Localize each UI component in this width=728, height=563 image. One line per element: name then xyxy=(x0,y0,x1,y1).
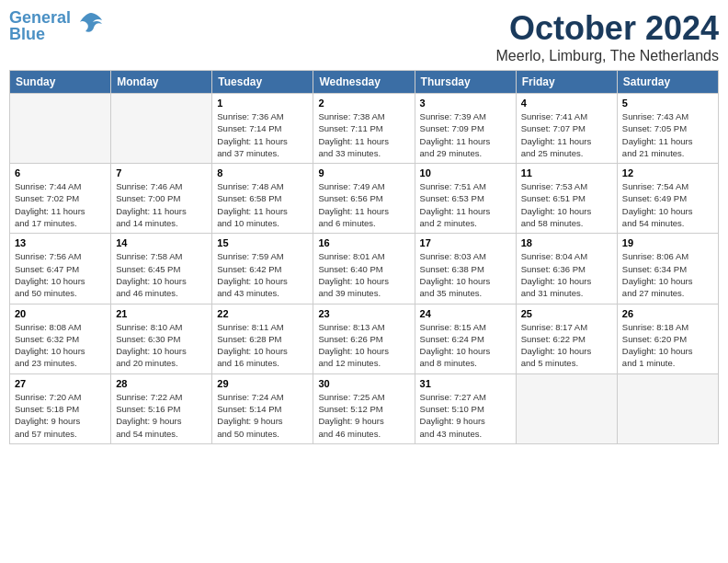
calendar-day-11: 11Sunrise: 7:53 AM Sunset: 6:51 PM Dayli… xyxy=(516,164,617,234)
day-header-tuesday: Tuesday xyxy=(212,71,313,94)
day-detail: Sunrise: 7:56 AM Sunset: 6:47 PM Dayligh… xyxy=(15,250,106,299)
calendar-day-2: 2Sunrise: 7:38 AM Sunset: 7:11 PM Daylig… xyxy=(313,94,415,164)
calendar-week-row: 13Sunrise: 7:56 AM Sunset: 6:47 PM Dayli… xyxy=(10,234,719,304)
day-number: 17 xyxy=(420,237,511,248)
day-number: 25 xyxy=(521,308,612,319)
day-detail: Sunrise: 8:17 AM Sunset: 6:22 PM Dayligh… xyxy=(521,321,612,370)
day-detail: Sunrise: 8:10 AM Sunset: 6:30 PM Dayligh… xyxy=(116,321,207,370)
calendar-day-29: 29Sunrise: 7:24 AM Sunset: 5:14 PM Dayli… xyxy=(212,373,313,443)
day-number: 28 xyxy=(116,378,207,389)
day-number: 5 xyxy=(622,98,713,109)
day-detail: Sunrise: 8:13 AM Sunset: 6:26 PM Dayligh… xyxy=(318,321,409,370)
calendar-day-19: 19Sunrise: 8:06 AM Sunset: 6:34 PM Dayli… xyxy=(617,234,718,304)
day-number: 27 xyxy=(15,378,106,389)
calendar-day-27: 27Sunrise: 7:20 AM Sunset: 5:18 PM Dayli… xyxy=(10,373,111,443)
day-header-monday: Monday xyxy=(111,71,212,94)
logo-blue: Blue xyxy=(9,25,45,43)
calendar-day-15: 15Sunrise: 7:59 AM Sunset: 6:42 PM Dayli… xyxy=(212,234,313,304)
day-detail: Sunrise: 7:22 AM Sunset: 5:16 PM Dayligh… xyxy=(116,391,207,440)
calendar-day-empty xyxy=(111,94,212,164)
day-number: 31 xyxy=(420,378,511,389)
day-detail: Sunrise: 7:49 AM Sunset: 6:56 PM Dayligh… xyxy=(318,180,409,229)
calendar-week-row: 6Sunrise: 7:44 AM Sunset: 7:02 PM Daylig… xyxy=(10,164,719,234)
calendar-day-4: 4Sunrise: 7:41 AM Sunset: 7:07 PM Daylig… xyxy=(516,94,617,164)
day-detail: Sunrise: 8:18 AM Sunset: 6:20 PM Dayligh… xyxy=(622,321,713,370)
calendar-day-empty xyxy=(516,373,617,443)
day-detail: Sunrise: 7:43 AM Sunset: 7:05 PM Dayligh… xyxy=(622,110,713,159)
month-title: October 2024 xyxy=(496,9,720,48)
calendar-day-28: 28Sunrise: 7:22 AM Sunset: 5:16 PM Dayli… xyxy=(111,373,212,443)
calendar-day-13: 13Sunrise: 7:56 AM Sunset: 6:47 PM Dayli… xyxy=(10,234,111,304)
day-detail: Sunrise: 7:39 AM Sunset: 7:09 PM Dayligh… xyxy=(420,110,511,159)
day-detail: Sunrise: 7:25 AM Sunset: 5:12 PM Dayligh… xyxy=(318,391,409,440)
day-number: 7 xyxy=(116,167,207,178)
calendar-day-1: 1Sunrise: 7:36 AM Sunset: 7:14 PM Daylig… xyxy=(212,94,313,164)
day-number: 20 xyxy=(15,308,106,319)
calendar-day-23: 23Sunrise: 8:13 AM Sunset: 6:26 PM Dayli… xyxy=(313,304,415,373)
day-number: 30 xyxy=(318,378,409,389)
day-number: 24 xyxy=(420,308,511,319)
day-number: 10 xyxy=(420,167,511,178)
day-detail: Sunrise: 7:54 AM Sunset: 6:49 PM Dayligh… xyxy=(622,180,713,229)
day-number: 15 xyxy=(217,237,308,248)
calendar-day-26: 26Sunrise: 8:18 AM Sunset: 6:20 PM Dayli… xyxy=(617,304,718,373)
day-detail: Sunrise: 8:03 AM Sunset: 6:38 PM Dayligh… xyxy=(420,250,511,299)
day-header-saturday: Saturday xyxy=(617,71,718,94)
logo-general: General xyxy=(9,8,71,27)
day-detail: Sunrise: 7:48 AM Sunset: 6:58 PM Dayligh… xyxy=(217,180,308,229)
calendar-day-10: 10Sunrise: 7:51 AM Sunset: 6:53 PM Dayli… xyxy=(415,164,516,234)
day-detail: Sunrise: 7:46 AM Sunset: 7:00 PM Dayligh… xyxy=(116,180,207,229)
day-number: 23 xyxy=(318,308,409,319)
day-number: 1 xyxy=(217,98,308,109)
day-detail: Sunrise: 7:44 AM Sunset: 7:02 PM Dayligh… xyxy=(15,180,106,229)
logo: General Blue xyxy=(9,9,106,42)
calendar-day-24: 24Sunrise: 8:15 AM Sunset: 6:24 PM Dayli… xyxy=(415,304,516,373)
day-number: 4 xyxy=(521,98,612,109)
day-number: 13 xyxy=(15,237,106,248)
calendar-day-16: 16Sunrise: 8:01 AM Sunset: 6:40 PM Dayli… xyxy=(313,234,415,304)
calendar-week-row: 20Sunrise: 8:08 AM Sunset: 6:32 PM Dayli… xyxy=(10,304,719,373)
calendar-day-7: 7Sunrise: 7:46 AM Sunset: 7:00 PM Daylig… xyxy=(111,164,212,234)
day-number: 6 xyxy=(15,167,106,178)
day-header-thursday: Thursday xyxy=(415,71,516,94)
day-number: 18 xyxy=(521,237,612,248)
day-detail: Sunrise: 8:11 AM Sunset: 6:28 PM Dayligh… xyxy=(217,321,308,370)
day-number: 29 xyxy=(217,378,308,389)
title-section: October 2024 Meerlo, Limburg, The Nether… xyxy=(496,9,720,64)
calendar-day-empty xyxy=(617,373,718,443)
day-number: 8 xyxy=(217,167,308,178)
calendar-day-20: 20Sunrise: 8:08 AM Sunset: 6:32 PM Dayli… xyxy=(10,304,111,373)
page-header: General Blue October 2024 Meerlo, Limbur… xyxy=(9,9,719,64)
calendar-day-17: 17Sunrise: 8:03 AM Sunset: 6:38 PM Dayli… xyxy=(415,234,516,304)
day-number: 14 xyxy=(116,237,207,248)
day-detail: Sunrise: 7:24 AM Sunset: 5:14 PM Dayligh… xyxy=(217,391,308,440)
day-detail: Sunrise: 7:58 AM Sunset: 6:45 PM Dayligh… xyxy=(116,250,207,299)
day-number: 16 xyxy=(318,237,409,248)
day-detail: Sunrise: 7:59 AM Sunset: 6:42 PM Dayligh… xyxy=(217,250,308,299)
calendar-day-6: 6Sunrise: 7:44 AM Sunset: 7:02 PM Daylig… xyxy=(10,164,111,234)
logo-bird-icon xyxy=(76,9,106,42)
calendar-day-empty xyxy=(10,94,111,164)
calendar-table: SundayMondayTuesdayWednesdayThursdayFrid… xyxy=(9,70,719,444)
calendar-day-5: 5Sunrise: 7:43 AM Sunset: 7:05 PM Daylig… xyxy=(617,94,718,164)
day-number: 19 xyxy=(622,237,713,248)
calendar-day-12: 12Sunrise: 7:54 AM Sunset: 6:49 PM Dayli… xyxy=(617,164,718,234)
calendar-week-row: 27Sunrise: 7:20 AM Sunset: 5:18 PM Dayli… xyxy=(10,373,719,443)
day-detail: Sunrise: 8:04 AM Sunset: 6:36 PM Dayligh… xyxy=(521,250,612,299)
day-number: 11 xyxy=(521,167,612,178)
day-detail: Sunrise: 8:08 AM Sunset: 6:32 PM Dayligh… xyxy=(15,321,106,370)
calendar-day-18: 18Sunrise: 8:04 AM Sunset: 6:36 PM Dayli… xyxy=(516,234,617,304)
day-number: 26 xyxy=(622,308,713,319)
calendar-day-14: 14Sunrise: 7:58 AM Sunset: 6:45 PM Dayli… xyxy=(111,234,212,304)
day-detail: Sunrise: 7:53 AM Sunset: 6:51 PM Dayligh… xyxy=(521,180,612,229)
day-detail: Sunrise: 8:01 AM Sunset: 6:40 PM Dayligh… xyxy=(318,250,409,299)
day-number: 3 xyxy=(420,98,511,109)
calendar-day-31: 31Sunrise: 7:27 AM Sunset: 5:10 PM Dayli… xyxy=(415,373,516,443)
day-detail: Sunrise: 7:41 AM Sunset: 7:07 PM Dayligh… xyxy=(521,110,612,159)
day-detail: Sunrise: 8:06 AM Sunset: 6:34 PM Dayligh… xyxy=(622,250,713,299)
calendar-day-8: 8Sunrise: 7:48 AM Sunset: 6:58 PM Daylig… xyxy=(212,164,313,234)
day-detail: Sunrise: 7:36 AM Sunset: 7:14 PM Dayligh… xyxy=(217,110,308,159)
day-number: 12 xyxy=(622,167,713,178)
day-detail: Sunrise: 7:38 AM Sunset: 7:11 PM Dayligh… xyxy=(318,110,409,159)
location-subtitle: Meerlo, Limburg, The Netherlands xyxy=(496,48,720,64)
